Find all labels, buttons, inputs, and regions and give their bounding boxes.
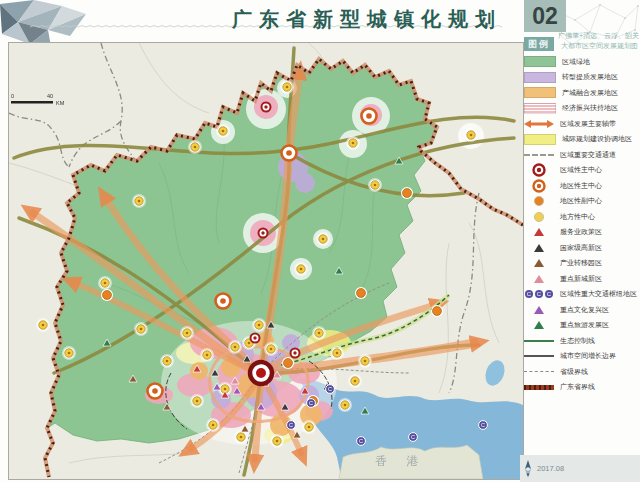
page-header: 广东省新型城镇化规划 02 图例 广佛肇+清远、云浮、韶关 大都市区空间发展规划… xyxy=(0,0,640,42)
svg-text:C: C xyxy=(411,434,415,440)
local-center-marker xyxy=(294,262,308,276)
legend-swatch-box-icon xyxy=(524,87,556,98)
transport-hub-marker: C xyxy=(357,437,366,446)
local-center-marker xyxy=(188,140,202,154)
scale-zero: 0 xyxy=(11,93,14,99)
local-center-marker xyxy=(190,394,204,408)
transport-hub-marker: C xyxy=(326,385,335,394)
legend-swatch-dot-icon xyxy=(524,212,554,221)
legend-item: 国家级高新区 xyxy=(524,240,638,256)
local-center-marker xyxy=(252,318,266,332)
local-center-marker xyxy=(98,276,112,290)
legend-item: 产城融合发展地区 xyxy=(524,85,638,101)
legend-swatch-dot-icon xyxy=(524,197,554,206)
local-center-marker xyxy=(180,326,194,340)
local-center-marker xyxy=(316,232,330,246)
local-center-marker xyxy=(216,124,230,138)
legend-item: 区域发展主要轴带 xyxy=(524,116,638,132)
legend-label: 地区性副中心 xyxy=(560,196,602,206)
legend-label: 产业转移园区 xyxy=(560,258,602,268)
svg-text:C: C xyxy=(359,438,363,444)
legend-swatch-tri-icon xyxy=(524,243,554,252)
sub-center-marker xyxy=(355,287,367,299)
sub-center-marker xyxy=(401,187,413,199)
legend-item: 产业转移园区 xyxy=(524,256,638,272)
transport-hub-marker: C xyxy=(307,399,316,408)
legend-item: 生态控制线 xyxy=(524,333,638,349)
legend-item: 重点新城新区 xyxy=(524,271,638,287)
local-center-marker xyxy=(206,418,220,432)
local-center-marker xyxy=(368,178,382,192)
transport-hub-marker: C xyxy=(479,421,488,430)
svg-text:C: C xyxy=(481,422,485,428)
legend-label: 地方性中心 xyxy=(560,212,595,222)
legend-label: 城际规划建设协调地区 xyxy=(562,134,632,144)
red-center-marker xyxy=(291,349,300,358)
legend-swatch-box-icon xyxy=(524,72,556,83)
red-center-marker xyxy=(259,229,268,238)
svg-text:C: C xyxy=(527,291,532,297)
local-center-marker xyxy=(280,80,294,94)
local-center-marker xyxy=(346,136,360,150)
legend-swatch-tri-icon xyxy=(524,321,554,330)
svg-text:C: C xyxy=(289,422,293,428)
legend-swatch-line-icon xyxy=(524,355,554,357)
legend-label: 城市空间增长边界 xyxy=(560,351,616,361)
svg-text:C: C xyxy=(309,400,313,406)
region-main-center-marker xyxy=(282,146,297,161)
legend-label: 区域性重大交通枢纽地区 xyxy=(560,289,637,299)
local-center-marker xyxy=(338,398,352,412)
legend-item: 广东省界线 xyxy=(524,380,638,396)
subtitle-line2: 大都市区空间发展规划图 xyxy=(558,41,638,51)
svg-text:C: C xyxy=(328,386,332,392)
legend-label: 经济振兴扶持地区 xyxy=(562,103,618,113)
legend-label: 区域重要交通通道 xyxy=(560,150,616,160)
scale-forty: 40 xyxy=(47,93,53,99)
legend-swatch-dashline-icon xyxy=(524,371,554,372)
legend-item: 地区性副中心 xyxy=(524,194,638,210)
local-center-marker xyxy=(312,326,326,340)
legend-item: 经济振兴扶持地区 xyxy=(524,101,638,117)
footer-bar: 2017.08 xyxy=(520,455,640,482)
subtitle-line1: 广佛肇+清远、云浮、韶关 xyxy=(558,31,638,41)
legend-item: 区域性主中心 xyxy=(524,163,638,179)
local-center-marker xyxy=(302,420,316,434)
legend-label: 重点旅游发展区 xyxy=(560,320,609,330)
region-main-center-marker xyxy=(216,294,231,309)
sub-center-marker xyxy=(282,357,294,369)
legend-item: CCC区域性重大交通枢纽地区 xyxy=(524,287,638,303)
local-center-marker xyxy=(36,318,50,332)
legend-item: 地区性主中心 xyxy=(524,178,638,194)
local-center-marker xyxy=(358,354,372,368)
legend-label: 地区性主中心 xyxy=(560,181,602,191)
page-number-badge: 02 xyxy=(524,0,566,32)
legend-label: 区域性主中心 xyxy=(560,165,602,175)
legend-label: 区域发展主要轴带 xyxy=(560,119,616,129)
local-center-marker xyxy=(348,374,362,388)
local-center-marker xyxy=(270,434,284,448)
legend-item: 重点文化复兴区 xyxy=(524,302,638,318)
transport-hub-marker: C xyxy=(287,421,296,430)
local-center-marker xyxy=(228,340,242,354)
svg-text:C: C xyxy=(537,291,542,297)
red-center-marker xyxy=(251,334,260,343)
legend-swatch-line-icon xyxy=(524,340,554,342)
main-center-marker xyxy=(250,362,272,384)
legend-label: 区域绿地 xyxy=(562,57,590,67)
legend-tag: 图例 xyxy=(524,37,554,51)
legend-item: 地方性中心 xyxy=(524,209,638,225)
legend-label: 广东省界线 xyxy=(560,382,595,392)
svg-text:C: C xyxy=(547,291,552,297)
legend-swatch-ring-icon xyxy=(524,166,554,175)
local-center-marker xyxy=(264,342,278,356)
legend-panel: 区域绿地转型提质发展地区产城融合发展地区经济振兴扶持地区区域发展主要轴带城际规划… xyxy=(524,54,638,395)
local-center-marker xyxy=(200,348,214,362)
page-title: 广东省新型城镇化规划 xyxy=(232,6,502,33)
local-center-marker xyxy=(132,194,146,208)
legend-swatch-tri-icon xyxy=(524,228,554,237)
legend-swatch-hubs-icon: CCC xyxy=(524,290,554,299)
compass-icon xyxy=(523,460,533,478)
local-center-marker xyxy=(330,346,344,360)
local-center-marker xyxy=(464,128,478,142)
legend-swatch-ring-icon xyxy=(524,181,554,190)
